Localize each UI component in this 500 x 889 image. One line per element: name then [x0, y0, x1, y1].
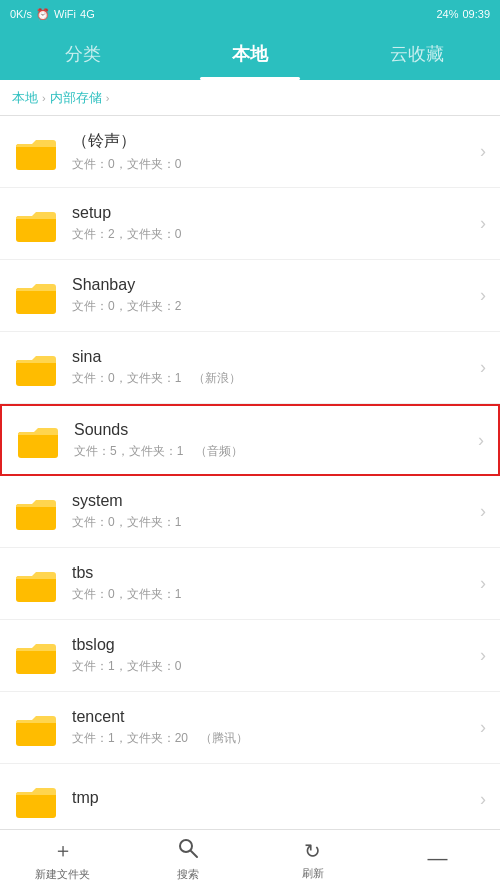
file-info: tbslog 文件：1，文件夹：0	[72, 636, 474, 675]
chevron-right-icon: ›	[480, 789, 486, 810]
search-label: 搜索	[177, 867, 199, 882]
folder-icon	[14, 490, 58, 534]
chevron-right-icon: ›	[480, 645, 486, 666]
file-meta: 文件：0，文件夹：2	[72, 298, 474, 315]
file-name: tencent	[72, 708, 474, 726]
svg-rect-8	[16, 720, 56, 746]
file-name: Shanbay	[72, 276, 474, 294]
svg-rect-2	[16, 288, 56, 314]
tab-bar: 分类 本地 云收藏	[0, 28, 500, 80]
chevron-right-icon: ›	[480, 213, 486, 234]
chevron-right-icon: ›	[480, 573, 486, 594]
chevron-right-icon: ›	[480, 285, 486, 306]
folder-icon	[14, 274, 58, 318]
folder-icon	[14, 778, 58, 822]
file-name: setup	[72, 204, 474, 222]
time-display: 09:39	[462, 8, 490, 20]
file-name: tbs	[72, 564, 474, 582]
search-button[interactable]: 搜索	[125, 830, 250, 889]
search-icon	[177, 837, 199, 864]
folder-icon	[14, 202, 58, 246]
breadcrumb-sep-1: ›	[42, 92, 46, 104]
list-item[interactable]: sina 文件：0，文件夹：1 （新浪） ›	[0, 332, 500, 404]
tab-bendi-label: 本地	[232, 42, 268, 66]
file-meta: 文件：0，文件夹：1 （新浪）	[72, 370, 474, 387]
folder-icon	[14, 346, 58, 390]
status-left: 0K/s ⏰ WiFi 4G	[10, 8, 95, 21]
file-name: system	[72, 492, 474, 510]
svg-rect-4	[18, 432, 58, 458]
speed-indicator: 0K/s	[10, 8, 32, 20]
file-meta: 文件：1，文件夹：0	[72, 658, 474, 675]
clock-icon: ⏰	[36, 8, 50, 21]
folder-icon	[14, 706, 58, 750]
file-info: Shanbay 文件：0，文件夹：2	[72, 276, 474, 315]
file-meta: 文件：5，文件夹：1 （音频）	[74, 443, 472, 460]
chevron-right-icon: ›	[480, 501, 486, 522]
chevron-right-icon: ›	[480, 717, 486, 738]
folder-icon	[14, 130, 58, 174]
folder-icon	[14, 634, 58, 678]
svg-rect-0	[16, 144, 56, 170]
file-info: tencent 文件：1，文件夹：20 （腾讯）	[72, 708, 474, 747]
folder-icon	[14, 562, 58, 606]
status-bar: 0K/s ⏰ WiFi 4G 24% 09:39	[0, 0, 500, 28]
svg-line-11	[191, 851, 197, 857]
breadcrumb: 本地 › 内部存储 ›	[0, 80, 500, 116]
file-info: Sounds 文件：5，文件夹：1 （音频）	[74, 421, 472, 460]
refresh-icon: ↻	[304, 839, 321, 863]
breadcrumb-home[interactable]: 本地	[12, 89, 38, 107]
chevron-right-icon: ›	[478, 430, 484, 451]
list-item[interactable]: Shanbay 文件：0，文件夹：2 ›	[0, 260, 500, 332]
new-folder-label: 新建文件夹	[35, 867, 90, 882]
svg-rect-3	[16, 360, 56, 386]
tab-yunshoucang-label: 云收藏	[390, 42, 444, 66]
file-meta: 文件：0，文件夹：1	[72, 586, 474, 603]
tab-fenlei-label: 分类	[65, 42, 101, 66]
refresh-button[interactable]: ↻ 刷新	[250, 830, 375, 889]
breadcrumb-storage[interactable]: 内部存储	[50, 89, 102, 107]
file-name: tbslog	[72, 636, 474, 654]
file-meta: 文件：0，文件夹：0	[72, 156, 474, 173]
file-info: setup 文件：2，文件夹：0	[72, 204, 474, 243]
list-item[interactable]: tmp ›	[0, 764, 500, 829]
list-item[interactable]: tbs 文件：0，文件夹：1 ›	[0, 548, 500, 620]
file-meta: 文件：0，文件夹：1	[72, 514, 474, 531]
list-item[interactable]: tencent 文件：1，文件夹：20 （腾讯） ›	[0, 692, 500, 764]
file-name: （铃声）	[72, 131, 474, 152]
file-info: system 文件：0，文件夹：1	[72, 492, 474, 531]
svg-rect-5	[16, 504, 56, 530]
battery-indicator: 24%	[436, 8, 458, 20]
file-name: Sounds	[74, 421, 472, 439]
file-info: sina 文件：0，文件夹：1 （新浪）	[72, 348, 474, 387]
new-folder-button[interactable]: ＋ 新建文件夹	[0, 830, 125, 889]
list-item-sounds[interactable]: Sounds 文件：5，文件夹：1 （音频） ›	[0, 404, 500, 476]
chevron-right-icon: ›	[480, 357, 486, 378]
more-button[interactable]: —	[375, 830, 500, 889]
svg-rect-7	[16, 648, 56, 674]
more-icon: —	[428, 847, 448, 870]
folder-icon	[16, 418, 60, 462]
file-name: sina	[72, 348, 474, 366]
tab-fenlei[interactable]: 分类	[0, 28, 167, 80]
list-item[interactable]: （铃声） 文件：0，文件夹：0 ›	[0, 116, 500, 188]
status-right: 24% 09:39	[436, 8, 490, 20]
plus-icon: ＋	[53, 837, 73, 864]
tab-yunshoucang[interactable]: 云收藏	[333, 28, 500, 80]
signal-icon: 4G	[80, 8, 95, 20]
bottom-bar: ＋ 新建文件夹 搜索 ↻ 刷新 —	[0, 829, 500, 889]
list-item[interactable]: tbslog 文件：1，文件夹：0 ›	[0, 620, 500, 692]
file-meta: 文件：1，文件夹：20 （腾讯）	[72, 730, 474, 747]
svg-rect-1	[16, 216, 56, 242]
chevron-right-icon: ›	[480, 141, 486, 162]
tab-bendi[interactable]: 本地	[167, 28, 334, 80]
breadcrumb-sep-2: ›	[106, 92, 110, 104]
list-item[interactable]: setup 文件：2，文件夹：0 ›	[0, 188, 500, 260]
file-info: tbs 文件：0，文件夹：1	[72, 564, 474, 603]
file-name: tmp	[72, 789, 474, 807]
svg-rect-9	[16, 792, 56, 818]
list-item[interactable]: system 文件：0，文件夹：1 ›	[0, 476, 500, 548]
wifi-icon: WiFi	[54, 8, 76, 20]
file-list: （铃声） 文件：0，文件夹：0 › setup 文件：2，文件夹：0 › Sha…	[0, 116, 500, 829]
file-meta: 文件：2，文件夹：0	[72, 226, 474, 243]
